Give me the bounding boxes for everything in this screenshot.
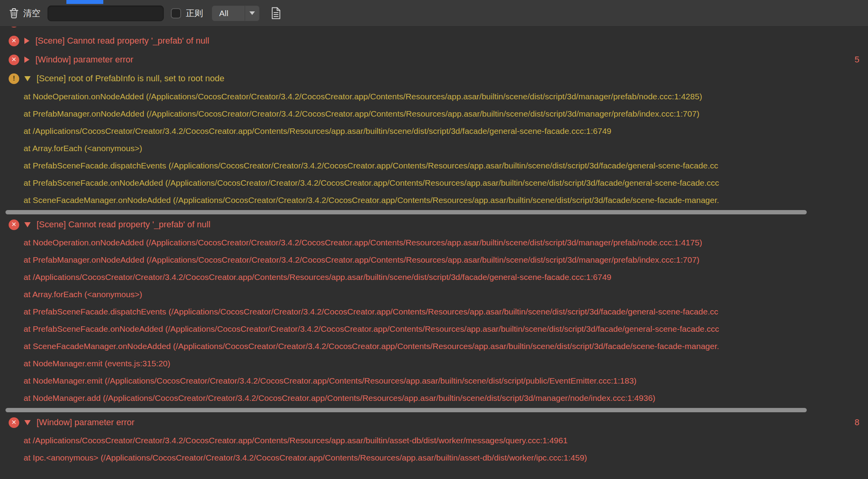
stack-trace-line: at Array.forEach (<anonymous>): [0, 286, 868, 303]
log-entry-header[interactable]: ✕[Scene] Cannot read property '_prefab' …: [0, 27, 868, 31]
stack-trace-line: at NodeOperation.onNodeAdded (/Applicati…: [0, 88, 868, 105]
clear-button-label: 清空: [23, 7, 40, 19]
log-message: [Scene] root of PrefabInfo is null, set …: [37, 73, 224, 84]
collapse-toggle-icon[interactable]: [24, 222, 31, 227]
stack-trace-line: at /Applications/CocosCreator/Creator/3.…: [0, 269, 868, 286]
clear-icon: [9, 7, 19, 19]
regex-label: 正则: [186, 7, 203, 19]
scrollbar-thumb[interactable]: [5, 210, 807, 214]
log-entry: ✕[Scene] Cannot read property '_prefab' …: [0, 27, 868, 31]
stack-trace-line: at PrefabSceneFacade.onNodeAdded (/Appli…: [0, 320, 868, 338]
log-message: [Scene] Cannot read property '_prefab' o…: [35, 36, 209, 46]
log-entry-header[interactable]: ✕[Scene] Cannot read property '_prefab' …: [0, 215, 868, 234]
log-count-badge: 5: [855, 55, 868, 65]
error-icon: ✕: [9, 36, 19, 46]
scrollbar-thumb[interactable]: [5, 408, 807, 412]
stack-trace-line: at PrefabManager.onNodeAdded (/Applicati…: [0, 251, 868, 269]
regex-checkbox[interactable]: [171, 8, 181, 18]
console-toolbar: 清空 正则 All: [0, 0, 868, 27]
dropdown-divider: [245, 6, 259, 21]
stack-trace-line: at NodeManager.emit (events.js:315:20): [0, 355, 868, 372]
log-entry: ![Scene] root of PrefabInfo is null, set…: [0, 69, 868, 215]
horizontal-scrollbar[interactable]: [0, 407, 868, 413]
collapse-toggle-icon[interactable]: [24, 420, 31, 425]
log-entry-header[interactable]: ✕[Window] parameter error8: [0, 413, 868, 432]
stack-trace-line: at Ipc.<anonymous> (/Applications/CocosC…: [0, 449, 868, 466]
top-highlight: [66, 0, 103, 4]
stack-trace-line: at SceneFacadeManager.onNodeAdded (/Appl…: [0, 338, 868, 355]
log-entry-header[interactable]: ![Scene] root of PrefabInfo is null, set…: [0, 69, 868, 88]
expand-toggle-icon[interactable]: [24, 57, 29, 63]
stack-trace-line: at /Applications/CocosCreator/Creator/3.…: [0, 122, 868, 140]
log-entry-header[interactable]: ✕[Scene] Cannot read property '_prefab' …: [0, 31, 868, 50]
log-message: [Scene] Cannot read property '_prefab' o…: [35, 27, 209, 27]
error-icon: ✕: [9, 27, 19, 27]
log-entry: ✕[Window] parameter error8at /Applicatio…: [0, 413, 868, 466]
stack-trace-line: at NodeOperation.onNodeAdded (/Applicati…: [0, 234, 868, 251]
log-entry-header[interactable]: ✕[Window] parameter error5: [0, 50, 868, 69]
log-level-value: All: [212, 9, 245, 18]
log-entry: ✕[Scene] Cannot read property '_prefab' …: [0, 31, 868, 50]
horizontal-scrollbar[interactable]: [0, 209, 868, 215]
chevron-down-icon: [249, 11, 255, 15]
log-message: [Scene] Cannot read property '_prefab' o…: [37, 219, 211, 230]
stack-trace-line: at NodeManager.add (/Applications/CocosC…: [0, 389, 868, 407]
log-message: [Window] parameter error: [35, 55, 133, 65]
log-entry: ✕[Window] parameter error5: [0, 50, 868, 69]
stack-trace-line: at PrefabManager.onNodeAdded (/Applicati…: [0, 105, 868, 122]
stack-trace-line: at SceneFacadeManager.onNodeAdded (/Appl…: [0, 192, 868, 209]
stack-trace-line: at Array.forEach (<anonymous>): [0, 140, 868, 157]
stack-trace-line: at PrefabSceneFacade.onNodeAdded (/Appli…: [0, 174, 868, 192]
log-entry: ✕[Scene] Cannot read property '_prefab' …: [0, 215, 868, 413]
stack-trace-line: at PrefabSceneFacade.dispatchEvents (/Ap…: [0, 303, 868, 320]
filter-input[interactable]: [48, 5, 164, 21]
error-icon: ✕: [9, 219, 19, 230]
log-file-icon: [271, 7, 281, 20]
open-log-file-button[interactable]: [271, 7, 281, 20]
expand-toggle-icon[interactable]: [24, 38, 29, 44]
warning-icon: !: [9, 73, 19, 84]
collapse-toggle-icon[interactable]: [24, 76, 31, 81]
error-icon: ✕: [9, 417, 19, 428]
log-message: [Window] parameter error: [37, 417, 134, 428]
stack-trace-line: at NodeManager.emit (/Applications/Cocos…: [0, 372, 868, 389]
log-list: ✕[Scene] Cannot read property '_prefab' …: [0, 27, 868, 466]
clear-button[interactable]: 清空: [9, 7, 40, 19]
stack-trace-line: at /Applications/CocosCreator/Creator/3.…: [0, 432, 868, 449]
log-level-dropdown[interactable]: All: [212, 5, 260, 21]
log-count-badge: 8: [855, 417, 868, 428]
regex-toggle[interactable]: 正则: [171, 7, 203, 19]
error-icon: ✕: [9, 55, 19, 65]
stack-trace-line: at PrefabSceneFacade.dispatchEvents (/Ap…: [0, 157, 868, 174]
